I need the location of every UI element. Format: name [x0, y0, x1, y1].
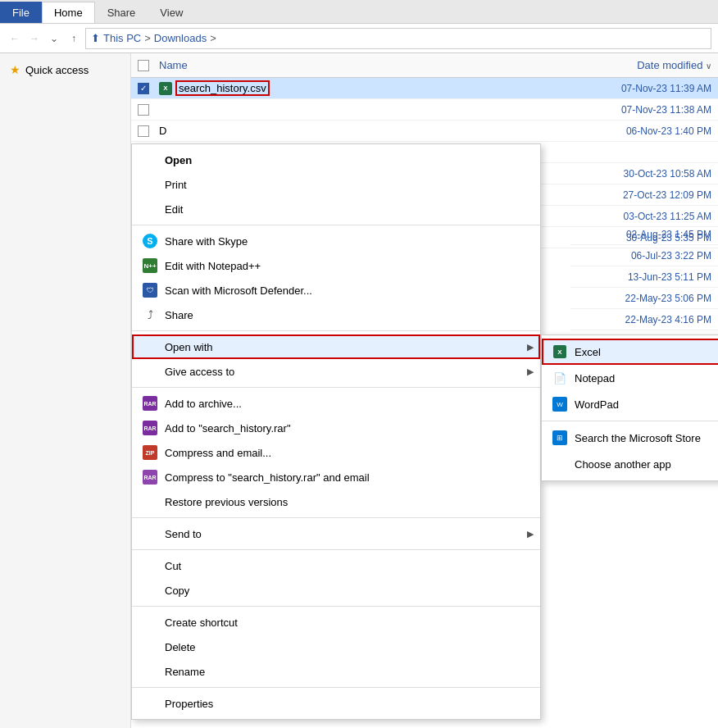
checkbox-2[interactable] [138, 104, 149, 116]
col-header-name[interactable]: Name [156, 59, 570, 71]
ribbon: File Home Share View [0, 0, 718, 24]
ribbon-tabs: File Home Share View [0, 0, 718, 23]
rar3-icon: RAR [143, 470, 157, 485]
submenu-label-ms-store: Search the Microsoft Store [575, 432, 701, 444]
date-row-10: 06-Jul-23 3:22 PM [570, 245, 718, 266]
file-row-3[interactable]: D 06-Nov-23 1:40 PM [131, 121, 718, 142]
give-access-icon [142, 363, 158, 380]
header-checkbox[interactable] [138, 60, 149, 71]
cm-item-edit[interactable]: Edit [132, 197, 540, 221]
sidebar-item-quick-access[interactable]: ★ Quick access [0, 60, 130, 80]
tab-home[interactable]: Home [42, 2, 95, 23]
cm-label-compress-rar-email: Compress to "search_history.rar" and ema… [165, 471, 370, 484]
skype-icon: S [143, 234, 157, 248]
cm-label-open-with: Open with [165, 341, 213, 353]
path-sep-1: > [144, 32, 151, 44]
submenu-item-ms-store[interactable]: ⊞ Search the Microsoft Store [542, 425, 718, 451]
cm-sep-3 [132, 387, 540, 388]
cm-item-print[interactable]: Print [132, 172, 540, 197]
name-cell-3: D [156, 125, 570, 137]
cm-item-open-with[interactable]: Open with ▶ [132, 334, 540, 359]
cm-item-send-to[interactable]: Send to ▶ [132, 521, 540, 546]
notepad-icon-submenu: 📄 [552, 370, 568, 386]
cm-label-open: Open [165, 154, 192, 166]
rar2-icon: RAR [143, 421, 157, 435]
cm-label-properties: Properties [165, 698, 213, 710]
cm-item-rename[interactable]: Rename [132, 659, 540, 684]
cm-label-restore: Restore previous versions [165, 496, 288, 508]
cm-item-copy[interactable]: Copy [132, 578, 540, 603]
file-row-1[interactable]: ✓ X search_history.csv 07-Nov-23 11:39 A… [131, 78, 718, 99]
date-row-13: 22-May-23 4:16 PM [570, 309, 718, 330]
tab-view[interactable]: View [148, 2, 195, 23]
file-list-header: Name Date modified ∨ [131, 53, 718, 78]
defender-icon-cm: 🛡 [142, 282, 158, 298]
cm-item-add-rar[interactable]: RAR Add to "search_history.rar" [132, 416, 540, 440]
wordpad-icon-submenu: W [552, 396, 568, 412]
sidebar-label-quick-access: Quick access [25, 64, 89, 76]
open-with-icon-cm [142, 339, 158, 355]
back-button[interactable]: ← [7, 30, 23, 47]
checkbox-3[interactable] [138, 125, 149, 137]
cm-sep-7 [132, 687, 540, 688]
cm-label-add-archive: Add to archive... [165, 398, 242, 410]
cm-item-share[interactable]: ⤴ Share [132, 303, 540, 327]
cm-sep-5 [132, 549, 540, 550]
submenu-item-wordpad[interactable]: W WordPad [542, 391, 718, 417]
up-button[interactable]: ↑ [66, 30, 82, 47]
tab-file[interactable]: File [0, 2, 42, 23]
recent-button[interactable]: ⌄ [46, 30, 62, 47]
cm-label-send-to: Send to [165, 528, 202, 540]
choose-app-icon-submenu [552, 456, 568, 472]
cm-item-edit-npp[interactable]: N++ Edit with Notepad++ [132, 253, 540, 278]
excel-app-icon: X [553, 345, 566, 358]
address-path[interactable]: ⬆ This PC > Downloads > [85, 28, 711, 49]
cm-label-share: Share [165, 309, 193, 321]
submenu-label-choose-app: Choose another app [575, 458, 671, 471]
submenu-open-with: X Excel 📄 Notepad W WordPad [541, 334, 718, 481]
path-part-downloads[interactable]: Downloads [154, 32, 207, 44]
date-cell-2: 07-Nov-23 11:38 AM [570, 104, 718, 116]
copy-icon-cm [142, 582, 158, 598]
cm-sep-1 [132, 225, 540, 225]
submenu-item-choose-app[interactable]: Choose another app [542, 451, 718, 477]
cm-item-restore[interactable]: Restore previous versions [132, 489, 540, 514]
delete-icon-cm [142, 639, 158, 655]
cm-item-give-access[interactable]: Give access to ▶ [132, 359, 540, 384]
file-row-2[interactable]: 07-Nov-23 11:38 AM [131, 99, 718, 121]
col-header-date[interactable]: Date modified ∨ [570, 59, 718, 71]
path-part-thispc[interactable]: This PC [103, 32, 141, 44]
excel-file-icon: X [159, 82, 172, 95]
cm-item-cut[interactable]: Cut [132, 553, 540, 578]
skype-icon-cm: S [142, 233, 158, 249]
shortcut-icon-cm [142, 614, 158, 630]
cm-item-share-skype[interactable]: S Share with Skype [132, 229, 540, 253]
cm-item-open[interactable]: Open [132, 148, 540, 172]
npp-icon-cm: N++ [142, 257, 158, 274]
print-icon [142, 176, 158, 193]
forward-button[interactable]: → [26, 30, 43, 47]
add-archive-icon-cm: RAR [142, 395, 158, 412]
date-row-9: 02-Aug-23 1:45 PM [570, 224, 718, 245]
tab-share[interactable]: Share [95, 2, 148, 23]
sort-indicator: ∨ [706, 61, 711, 71]
cut-icon-cm [142, 557, 158, 574]
zip-email-icon: ZIP [143, 445, 157, 460]
checkbox-1[interactable]: ✓ [138, 83, 149, 94]
cm-label-create-shortcut: Create shortcut [165, 617, 238, 629]
cm-item-compress-email[interactable]: ZIP Compress and email... [132, 440, 540, 465]
cm-label-edit-npp: Edit with Notepad++ [165, 260, 261, 272]
cm-item-add-archive[interactable]: RAR Add to archive... [132, 391, 540, 416]
cm-item-compress-rar-email[interactable]: RAR Compress to "search_history.rar" and… [132, 465, 540, 489]
cm-item-create-shortcut[interactable]: Create shortcut [132, 610, 540, 635]
cm-item-defender[interactable]: 🛡 Scan with Microsoft Defender... [132, 278, 540, 303]
date-cell-7: 03-Oct-23 11:25 AM [570, 211, 718, 222]
star-icon: ★ [10, 63, 20, 76]
cm-item-delete[interactable]: Delete [132, 635, 540, 659]
submenu-item-excel[interactable]: X Excel [542, 339, 718, 365]
notepadpp-icon: N++ [143, 258, 157, 273]
cm-label-delete: Delete [165, 641, 196, 653]
cm-item-properties[interactable]: Properties [132, 691, 540, 716]
submenu-item-notepad[interactable]: 📄 Notepad [542, 365, 718, 391]
check-cell-1[interactable]: ✓ [131, 83, 156, 94]
